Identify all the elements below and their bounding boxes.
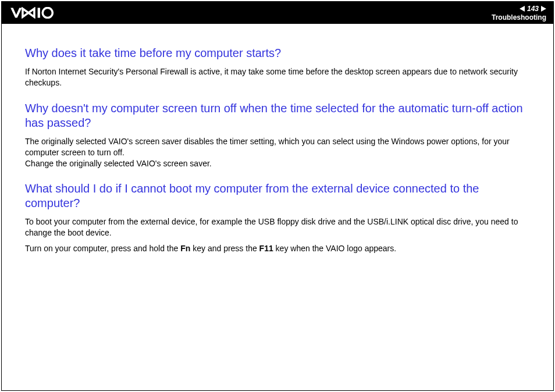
next-page-arrow-icon[interactable] (541, 6, 546, 12)
key-label: Fn (180, 244, 190, 253)
section-label: Troubleshooting (492, 13, 546, 22)
question-heading: Why doesn't my computer screen turn off … (25, 101, 530, 130)
answer-paragraph: To boot your computer from the external … (25, 216, 530, 238)
question-heading: Why does it take time before my computer… (25, 46, 530, 60)
document-page: 143 Troubleshooting Why does it take tim… (1, 1, 554, 391)
text-fragment: key when the VAIO logo appears. (273, 244, 396, 253)
page-navigation: 143 (520, 5, 546, 13)
svg-rect-0 (38, 8, 40, 17)
header-right: 143 Troubleshooting (492, 5, 546, 22)
answer-paragraph: If Norton Internet Security's Personal F… (25, 66, 530, 88)
text-fragment: Turn on your computer, press and hold th… (25, 244, 180, 253)
header-bar: 143 Troubleshooting (2, 2, 553, 24)
answer-block: To boot your computer from the external … (25, 216, 530, 254)
content-area: Why does it take time before my computer… (2, 24, 553, 279)
svg-point-1 (42, 8, 52, 17)
answer-block: The originally selected VAIO's screen sa… (25, 136, 530, 169)
answer-paragraph: The originally selected VAIO's screen sa… (25, 136, 530, 169)
page-number: 143 (527, 5, 539, 13)
prev-page-arrow-icon[interactable] (520, 6, 525, 12)
text-fragment: key and press the (190, 244, 259, 253)
question-heading: What should I do if I cannot boot my com… (25, 181, 530, 211)
vaio-logo (9, 7, 70, 19)
key-label: F11 (259, 244, 273, 253)
answer-block: If Norton Internet Security's Personal F… (25, 66, 530, 88)
answer-paragraph: Turn on your computer, press and hold th… (25, 243, 530, 254)
